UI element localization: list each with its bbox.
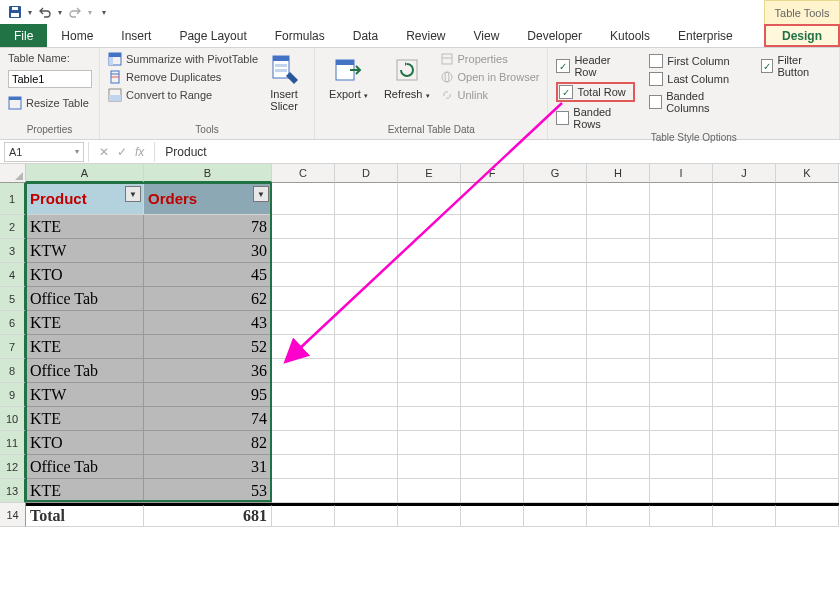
row-header-6[interactable]: 6 (0, 311, 26, 335)
row-header-14[interactable]: 14 (0, 503, 26, 527)
cell-product[interactable]: Office Tab (26, 455, 144, 479)
cell[interactable] (272, 335, 335, 359)
cell[interactable] (776, 359, 839, 383)
redo-dropdown-icon[interactable]: ▾ (88, 8, 92, 17)
fx-icon[interactable]: fx (135, 145, 144, 159)
check-banded-rows[interactable]: Banded Rows (556, 106, 635, 130)
name-box[interactable]: A1▾ (4, 142, 84, 162)
cell[interactable] (713, 407, 776, 431)
cell[interactable] (650, 311, 713, 335)
cell[interactable] (398, 407, 461, 431)
cell[interactable] (461, 407, 524, 431)
cell[interactable] (461, 215, 524, 239)
cell[interactable] (650, 215, 713, 239)
cell[interactable] (398, 505, 461, 527)
row-header-2[interactable]: 2 (0, 215, 26, 239)
cell[interactable] (398, 431, 461, 455)
table-header-orders[interactable]: Orders ▼ (144, 183, 272, 215)
cell[interactable] (587, 479, 650, 503)
cell[interactable] (713, 215, 776, 239)
cell[interactable] (524, 311, 587, 335)
cell-product[interactable]: KTO (26, 263, 144, 287)
cell[interactable] (650, 263, 713, 287)
tab-data[interactable]: Data (339, 24, 392, 47)
cell[interactable] (461, 479, 524, 503)
col-header-j[interactable]: J (713, 164, 776, 183)
cell-product[interactable]: KTE (26, 407, 144, 431)
cell[interactable] (335, 263, 398, 287)
cell[interactable] (272, 239, 335, 263)
cell[interactable] (776, 183, 839, 215)
cell[interactable] (398, 263, 461, 287)
cell[interactable] (587, 287, 650, 311)
check-filter-button[interactable]: ✓Filter Button (761, 54, 831, 78)
resize-table-button[interactable]: Resize Table (8, 96, 89, 110)
tab-page-layout[interactable]: Page Layout (165, 24, 260, 47)
cell[interactable] (713, 311, 776, 335)
cell[interactable] (524, 407, 587, 431)
enter-icon[interactable]: ✓ (117, 145, 127, 159)
cell[interactable] (587, 239, 650, 263)
tab-file[interactable]: File (0, 24, 47, 47)
cell[interactable] (524, 383, 587, 407)
cell[interactable] (272, 215, 335, 239)
cell[interactable] (461, 431, 524, 455)
cell[interactable] (524, 239, 587, 263)
col-header-f[interactable]: F (461, 164, 524, 183)
cell[interactable] (650, 383, 713, 407)
cell[interactable] (398, 311, 461, 335)
col-header-h[interactable]: H (587, 164, 650, 183)
filter-dropdown-icon[interactable]: ▼ (253, 186, 269, 202)
export-button[interactable]: Export ▾ (323, 52, 374, 102)
cell[interactable] (650, 479, 713, 503)
cell[interactable] (335, 311, 398, 335)
cell[interactable] (398, 287, 461, 311)
cell[interactable] (776, 407, 839, 431)
cell[interactable] (335, 479, 398, 503)
cell[interactable] (335, 455, 398, 479)
cell[interactable] (776, 263, 839, 287)
cell[interactable] (272, 431, 335, 455)
total-label-cell[interactable]: Total (26, 505, 144, 527)
cell[interactable] (713, 335, 776, 359)
col-header-i[interactable]: I (650, 164, 713, 183)
cell-product[interactable]: KTE (26, 215, 144, 239)
cell[interactable] (524, 287, 587, 311)
cell[interactable] (398, 455, 461, 479)
cell-orders[interactable]: 62 (144, 287, 272, 311)
cell[interactable] (272, 505, 335, 527)
check-banded-columns[interactable]: Banded Columns (649, 90, 742, 114)
cell[interactable] (398, 383, 461, 407)
col-header-b[interactable]: B (144, 164, 272, 183)
cell-orders[interactable]: 43 (144, 311, 272, 335)
cell[interactable] (650, 335, 713, 359)
cancel-icon[interactable]: ✕ (99, 145, 109, 159)
cell[interactable] (524, 263, 587, 287)
cell-orders[interactable]: 95 (144, 383, 272, 407)
tab-kutools[interactable]: Kutools (596, 24, 664, 47)
formula-input[interactable]: Product (155, 145, 206, 159)
cell[interactable] (713, 359, 776, 383)
cell-product[interactable]: KTW (26, 239, 144, 263)
summarize-pivot-button[interactable]: Summarize with PivotTable (108, 52, 258, 66)
cell[interactable] (524, 215, 587, 239)
cell[interactable] (587, 505, 650, 527)
check-header-row[interactable]: ✓Header Row (556, 54, 635, 78)
undo-dropdown-icon[interactable]: ▾ (58, 8, 62, 17)
cell[interactable] (587, 455, 650, 479)
row-header-4[interactable]: 4 (0, 263, 26, 287)
cell[interactable] (713, 479, 776, 503)
cell[interactable] (713, 383, 776, 407)
cell[interactable] (776, 215, 839, 239)
cell[interactable] (776, 335, 839, 359)
table-header-product[interactable]: Product ▼ (26, 183, 144, 215)
cell[interactable] (335, 239, 398, 263)
col-header-g[interactable]: G (524, 164, 587, 183)
cell[interactable] (524, 359, 587, 383)
tab-design[interactable]: Design (764, 24, 840, 47)
cell[interactable] (650, 287, 713, 311)
cell[interactable] (650, 505, 713, 527)
cell[interactable] (713, 239, 776, 263)
cell[interactable] (272, 183, 335, 215)
row-header-11[interactable]: 11 (0, 431, 26, 455)
